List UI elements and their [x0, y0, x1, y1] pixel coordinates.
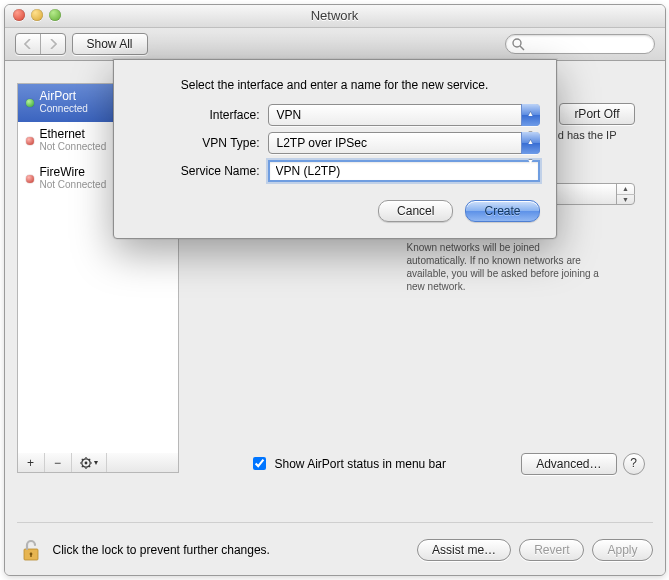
unlock-icon[interactable]: [17, 537, 43, 563]
add-service-button[interactable]: +: [18, 453, 45, 472]
forward-button[interactable]: [40, 34, 65, 54]
vpn-type-label: VPN Type:: [130, 136, 268, 150]
search-input[interactable]: [505, 34, 655, 54]
help-button[interactable]: ?: [623, 453, 645, 475]
svg-point-0: [513, 39, 521, 47]
popup-arrows-icon: ▲▼: [521, 104, 540, 126]
svg-line-11: [81, 466, 82, 467]
show-status-checkbox[interactable]: [253, 457, 266, 470]
traffic-lights: [13, 9, 61, 21]
sidebar-item-label: AirPort: [40, 90, 88, 103]
minus-icon: −: [54, 456, 61, 470]
back-button[interactable]: [16, 34, 40, 54]
turn-airport-off-button[interactable]: rPort Off: [559, 103, 634, 125]
show-status-row: Show AirPort status in menu bar: [249, 454, 446, 473]
create-button[interactable]: Create: [465, 200, 539, 222]
service-name-label: Service Name:: [130, 164, 268, 178]
minimize-window-button[interactable]: [31, 9, 43, 21]
sheet-prompt: Select the interface and enter a name fo…: [130, 78, 540, 92]
show-status-label: Show AirPort status in menu bar: [275, 457, 446, 471]
service-name-input[interactable]: [268, 160, 540, 182]
network-prefs-window: Network Show All: [4, 4, 666, 576]
status-dot-icon: [26, 99, 34, 107]
new-service-sheet: Select the interface and enter a name fo…: [113, 59, 557, 239]
sidebar-item-label: FireWire: [40, 166, 107, 179]
status-text-fragment: d has the IP: [558, 129, 617, 141]
question-icon: ?: [630, 456, 637, 470]
sidebar-item-status: Connected: [40, 103, 88, 114]
window-title: Network: [5, 5, 665, 27]
assist-me-button[interactable]: Assist me…: [417, 539, 511, 561]
popup-stepper-icon: ▲▼: [616, 183, 635, 205]
status-dot-icon: [26, 175, 34, 183]
vpn-type-popup[interactable]: L2TP over IPSec ▲▼: [268, 132, 540, 154]
chevron-left-icon: [24, 39, 32, 49]
toolbar: Show All: [5, 28, 665, 61]
nav-segmented: [15, 33, 66, 55]
interface-value: VPN: [277, 108, 302, 122]
zoom-window-button[interactable]: [49, 9, 61, 21]
plus-icon: +: [27, 456, 34, 470]
remove-service-button[interactable]: −: [45, 453, 72, 472]
sidebar-tools: + −: [17, 453, 179, 473]
show-all-button[interactable]: Show All: [72, 33, 148, 55]
gear-icon: [79, 456, 99, 470]
advanced-button[interactable]: Advanced…: [521, 453, 616, 475]
svg-rect-13: [30, 554, 31, 557]
toolbar-search: [505, 34, 655, 54]
sidebar-item-label: Ethernet: [40, 128, 107, 141]
search-icon: [511, 37, 525, 51]
lock-text: Click the lock to prevent further change…: [53, 543, 270, 557]
interface-label: Interface:: [130, 108, 268, 122]
svg-line-9: [89, 466, 90, 467]
svg-line-8: [81, 458, 82, 459]
vpn-type-value: L2TP over IPSec: [277, 136, 368, 150]
svg-point-3: [84, 461, 87, 464]
cancel-button[interactable]: Cancel: [378, 200, 453, 222]
action-menu-button[interactable]: [72, 453, 107, 472]
revert-button[interactable]: Revert: [519, 539, 584, 561]
svg-line-10: [89, 458, 90, 459]
chevron-right-icon: [49, 39, 57, 49]
svg-line-1: [520, 46, 524, 50]
sidebar-item-status: Not Connected: [40, 141, 107, 152]
ask-to-join-help: Known networks will be joined automatica…: [407, 241, 603, 293]
apply-button[interactable]: Apply: [592, 539, 652, 561]
close-window-button[interactable]: [13, 9, 25, 21]
prefs-footer: Click the lock to prevent further change…: [17, 522, 653, 563]
interface-popup[interactable]: VPN ▲▼: [268, 104, 540, 126]
sidebar-item-status: Not Connected: [40, 179, 107, 190]
popup-arrows-icon: ▲▼: [521, 132, 540, 154]
status-dot-icon: [26, 137, 34, 145]
lock-area: Click the lock to prevent further change…: [17, 537, 410, 563]
titlebar: Network: [5, 5, 665, 28]
